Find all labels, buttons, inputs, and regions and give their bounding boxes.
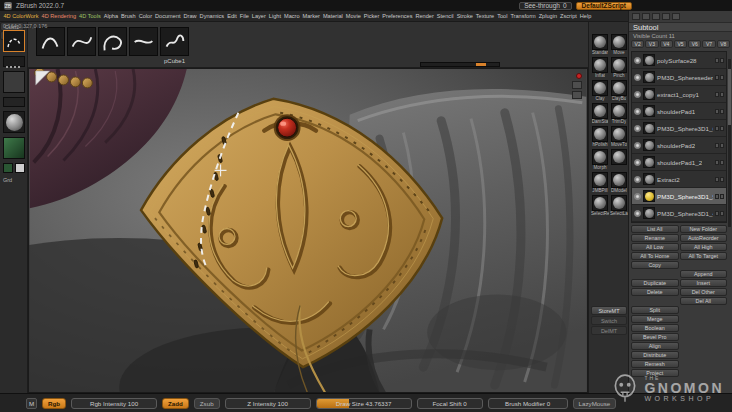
subtool-mini-icons[interactable] <box>715 160 724 165</box>
texture-icon[interactable] <box>3 97 25 107</box>
perspective-toggle-icon[interactable] <box>572 81 582 89</box>
subtool-mini-icons[interactable] <box>715 143 724 148</box>
brush-hpolish[interactable]: hPolish <box>591 126 609 148</box>
eye-icon[interactable] <box>634 176 641 183</box>
gradient-toggle[interactable]: Grd <box>3 177 12 183</box>
switch-button[interactable]: Switch <box>591 316 627 325</box>
eye-icon[interactable] <box>634 159 641 166</box>
new-folder-button[interactable]: New Folder <box>680 225 728 233</box>
menu-item-stencil[interactable]: Stencil <box>435 13 455 19</box>
subtool-header[interactable]: Subtool <box>629 22 732 32</box>
secondary-color-swatch[interactable] <box>15 163 25 173</box>
primary-color-swatch[interactable] <box>3 163 13 173</box>
copy-button[interactable]: Copy <box>631 261 679 269</box>
eye-icon[interactable] <box>634 57 641 64</box>
menu-item-4d-colorwork[interactable]: 4D ColorWork <box>2 13 40 19</box>
shelf-scroll-slider[interactable] <box>420 62 500 67</box>
brush-clay[interactable]: Clay <box>591 80 609 102</box>
sculpt-viewport[interactable] <box>28 68 588 393</box>
duplicate-button[interactable]: Duplicate <box>631 279 679 287</box>
subtool-mini-icons[interactable] <box>715 177 724 182</box>
visibility-v5[interactable]: V5 <box>674 40 687 48</box>
brush-jmbpill[interactable]: JMBPill <box>591 172 609 194</box>
subtool-mini-icons[interactable] <box>715 75 724 80</box>
brush-damstandard[interactable]: DamSta <box>591 103 609 125</box>
menu-item-alpha[interactable]: Alpha <box>102 13 119 19</box>
brush-pinch[interactable]: Pinch <box>610 57 628 79</box>
subtool-mini-icons[interactable] <box>715 126 724 131</box>
menu-item-transform[interactable]: Transform <box>509 13 537 19</box>
remesh-button[interactable]: Remesh <box>631 360 679 368</box>
subtool-row-selected[interactable]: PM3D_Sphere3D1_5 <box>632 188 726 205</box>
recent-stroke-thumbnail[interactable] <box>67 27 96 56</box>
stroke-type-icon[interactable] <box>3 56 25 67</box>
append-button[interactable]: Append <box>680 270 728 278</box>
split-button[interactable]: Split <box>631 306 679 314</box>
alpha-icon[interactable] <box>3 71 25 93</box>
color-picker-swatch[interactable] <box>3 137 25 159</box>
see-through-slider[interactable]: See-through 0 <box>519 2 571 10</box>
menu-item-picker[interactable]: Picker <box>362 13 381 19</box>
eye-icon[interactable] <box>634 125 641 132</box>
draw-size-slider[interactable]: Draw Size 43.76337 <box>316 398 412 409</box>
menu-item-dynamics[interactable]: Dynamics <box>198 13 226 19</box>
recent-stroke-thumbnail[interactable] <box>98 27 127 56</box>
subtool-mini-icons[interactable] <box>715 92 724 97</box>
recent-stroke-thumbnail[interactable] <box>36 27 65 56</box>
eye-icon[interactable] <box>634 108 641 115</box>
visibility-v2[interactable]: V2 <box>631 40 644 48</box>
all-to-home-button[interactable]: All To Home <box>631 252 679 260</box>
brush-slot-empty[interactable] <box>610 149 628 171</box>
zadd-button[interactable]: Zadd <box>162 398 189 409</box>
menu-item-help[interactable]: Help <box>578 13 593 19</box>
eye-icon[interactable] <box>634 193 641 200</box>
brush-dmodel[interactable]: DModel <box>610 172 628 194</box>
align-button[interactable]: Align <box>631 342 679 350</box>
subtool-row[interactable]: shoulderPad2 <box>632 137 726 154</box>
subtool-row[interactable]: Extract2 <box>632 171 726 188</box>
menu-item-edit[interactable]: Edit <box>226 13 239 19</box>
brush-inflat[interactable]: Inflat <box>591 57 609 79</box>
subtool-scrollbar[interactable] <box>728 59 731 227</box>
zsub-button[interactable]: Zsub <box>194 398 220 409</box>
distribute-button[interactable]: Distribute <box>631 351 679 359</box>
visibility-v6[interactable]: V6 <box>688 40 701 48</box>
menu-item-material[interactable]: Material <box>321 13 344 19</box>
boolean-button[interactable]: Boolean <box>631 324 679 332</box>
menu-item-zscript[interactable]: Zscript <box>559 13 579 19</box>
subtool-mini-icons[interactable] <box>715 109 724 114</box>
subtool-row[interactable]: PM3D_Sphere3D1_6 <box>632 120 726 137</box>
z-intensity-slider[interactable]: Z Intensity 100 <box>225 398 311 409</box>
brush-move[interactable]: Move <box>610 34 628 56</box>
default-zscript-button[interactable]: DefaultZScript <box>576 2 632 10</box>
palette-shortcut-icon[interactable] <box>662 13 670 20</box>
eye-icon[interactable] <box>634 74 641 81</box>
menu-item-macro[interactable]: Macro <box>282 13 301 19</box>
recent-stroke-thumbnail[interactable] <box>129 27 158 56</box>
visibility-v7[interactable]: V7 <box>702 40 715 48</box>
eye-icon[interactable] <box>634 142 641 149</box>
subtool-row[interactable]: extract1_copy1 <box>632 86 726 103</box>
visibility-v3[interactable]: V3 <box>645 40 658 48</box>
menu-item-document[interactable]: Document <box>154 13 183 19</box>
storemt-button[interactable]: StoreMT <box>591 306 627 315</box>
menu-item-render[interactable]: Render <box>414 13 435 19</box>
palette-shortcut-icon[interactable] <box>652 13 660 20</box>
bevel-pro-button[interactable]: Bevel Pro <box>631 333 679 341</box>
record-indicator-icon[interactable] <box>576 73 582 79</box>
floor-grid-toggle-icon[interactable] <box>572 91 582 99</box>
menu-item-brush[interactable]: Brush <box>120 13 138 19</box>
subtool-row[interactable]: PM3D_Sphere3D1_4 <box>632 205 726 222</box>
brush-standard[interactable]: Standar <box>591 34 609 56</box>
menu-item-layer[interactable]: Layer <box>250 13 267 19</box>
subtool-row[interactable]: polySurface28 <box>632 52 726 69</box>
menu-item-light[interactable]: Light <box>267 13 282 19</box>
menu-item-file[interactable]: File <box>238 13 250 19</box>
menu-item-marker[interactable]: Marker <box>301 13 321 19</box>
menu-item-tool[interactable]: Tool <box>496 13 509 19</box>
palette-shortcut-icon[interactable] <box>672 13 680 20</box>
rename-button[interactable]: Rename <box>631 234 679 242</box>
brush-selectrect[interactable]: SelectRe <box>591 195 609 217</box>
brush-claybuildup[interactable]: ClayBu <box>610 80 628 102</box>
subtool-row[interactable]: shoulderPad1 <box>632 103 726 120</box>
